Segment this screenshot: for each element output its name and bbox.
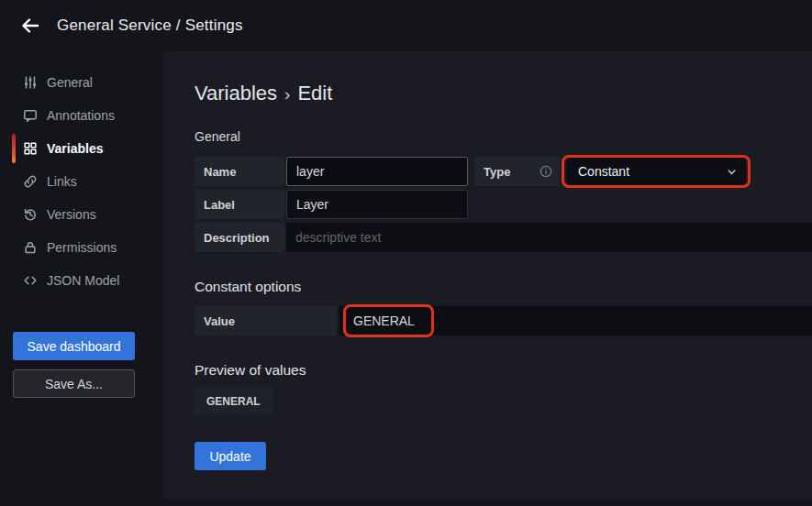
value-row: Value: [195, 306, 812, 336]
sidebar-item-links[interactable]: Links: [0, 165, 163, 198]
settings-sidebar: General Annotations Variables: [0, 51, 163, 506]
top-header: General Service / Settings: [0, 0, 812, 51]
sliders-icon: [23, 75, 38, 90]
grid-icon: [23, 141, 38, 156]
label-row: Label: [195, 190, 812, 219]
sidebar-item-versions[interactable]: Versions: [0, 198, 163, 231]
update-button[interactable]: Update: [195, 442, 266, 470]
breadcrumb: Variables›Edit: [195, 81, 812, 107]
sidebar-item-label: Variables: [47, 141, 104, 156]
link-icon: [23, 174, 38, 189]
info-circle-icon[interactable]: [539, 165, 552, 178]
page-title: General Service / Settings: [57, 16, 243, 35]
general-form: Name Type Constant: [195, 157, 812, 252]
sidebar-item-general[interactable]: General: [0, 66, 163, 99]
description-row: Description: [195, 223, 812, 252]
sidebar-item-label: General: [47, 75, 93, 90]
preview-value-chip: GENERAL: [195, 388, 273, 415]
name-type-row: Name Type Constant: [195, 157, 812, 186]
sidebar-item-label: JSON Model: [47, 273, 119, 288]
general-section-heading: General: [195, 129, 812, 144]
sidebar-item-label: Links: [47, 174, 77, 189]
type-label-text: Type: [484, 165, 510, 179]
sidebar-item-annotations[interactable]: Annotations: [0, 99, 163, 132]
lock-icon: [23, 240, 38, 255]
sidebar-item-permissions[interactable]: Permissions: [0, 231, 163, 264]
constant-options-heading: Constant options: [195, 279, 812, 295]
constant-options-form: Value: [195, 306, 812, 336]
code-icon: [23, 273, 38, 288]
chevron-down-icon: [726, 166, 738, 178]
variables-edit-panel: Variables›Edit General Name Type Constan…: [163, 51, 812, 500]
type-label: Type: [474, 157, 560, 186]
settings-nav: General Annotations Variables: [0, 51, 163, 297]
breadcrumb-section[interactable]: Variables: [195, 82, 277, 104]
name-label: Name: [195, 157, 284, 186]
value-label: Value: [195, 306, 337, 336]
sidebar-item-json-model[interactable]: JSON Model: [0, 264, 163, 297]
back-arrow-icon[interactable]: [15, 10, 46, 41]
breadcrumb-separator: ›: [277, 84, 297, 104]
breadcrumb-page: Edit: [297, 82, 332, 104]
sidebar-item-label: Annotations: [47, 108, 115, 123]
value-input[interactable]: [339, 306, 812, 336]
comment-icon: [23, 108, 38, 123]
preview-heading: Preview of values: [195, 362, 812, 379]
save-as-button[interactable]: Save As...: [13, 369, 135, 398]
sidebar-item-label: Permissions: [47, 240, 117, 255]
type-select[interactable]: Constant: [566, 157, 746, 186]
sidebar-item-label: Versions: [47, 207, 96, 222]
sidebar-item-variables[interactable]: Variables: [0, 132, 163, 165]
history-icon: [23, 207, 38, 222]
label-input[interactable]: [286, 190, 468, 219]
save-dashboard-button[interactable]: Save dashboard: [13, 332, 135, 360]
label-label: Label: [195, 190, 284, 219]
description-input[interactable]: [286, 223, 812, 252]
name-input[interactable]: [286, 157, 468, 186]
description-label: Description: [195, 223, 284, 252]
type-select-value: Constant: [578, 164, 629, 179]
sidebar-actions: Save dashboard Save As...: [13, 332, 135, 398]
